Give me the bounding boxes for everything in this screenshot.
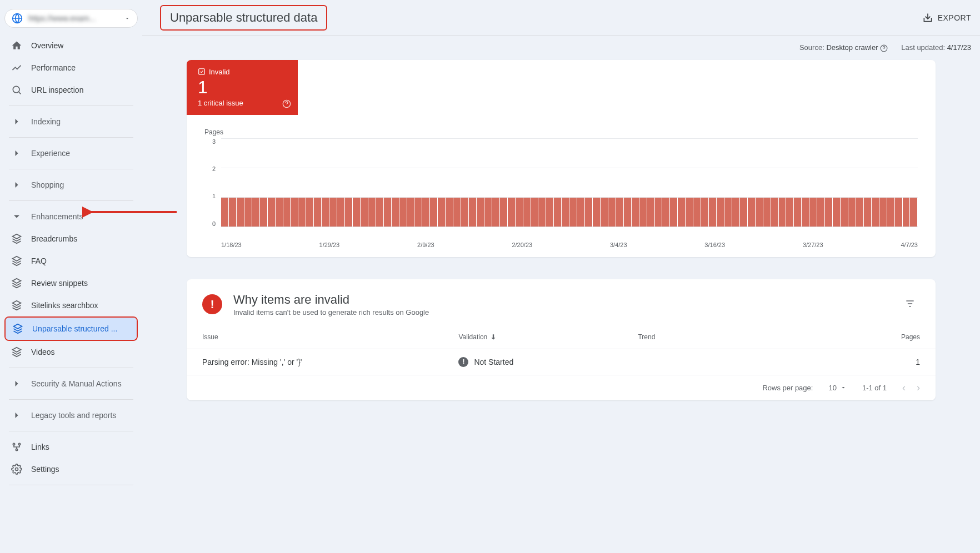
chevron-down-icon [11, 211, 22, 222]
chart-bar [337, 197, 344, 227]
chart-bar [345, 197, 352, 227]
chart-bar [283, 197, 291, 227]
chevron-right-icon [11, 378, 22, 389]
not-started-icon: ! [458, 357, 468, 367]
layers-icon [11, 300, 22, 311]
nav-faq[interactable]: FAQ [4, 250, 138, 272]
chart-bar [693, 197, 701, 227]
chart-bar [601, 197, 608, 227]
chart-bar [376, 197, 383, 227]
chart-bar [407, 197, 414, 227]
chart-bar [895, 197, 902, 227]
nav-review-snippets[interactable]: Review snippets [4, 272, 138, 294]
chart-bar [786, 197, 793, 227]
nav-unparsable[interactable]: Unparsable structured ... [6, 318, 137, 340]
chart-bar [872, 197, 879, 227]
chart-bar [237, 197, 244, 227]
chart-bar [647, 197, 654, 227]
globe-icon [12, 13, 23, 24]
chart-bar [244, 197, 252, 227]
nav-breadcrumbs[interactable]: Breadcrumbs [4, 228, 138, 250]
chart-bar [748, 197, 755, 227]
nav-security[interactable]: Security & Manual Actions [4, 373, 138, 395]
th-validation[interactable]: Validation [458, 333, 638, 341]
search-icon [11, 84, 22, 95]
nav-indexing[interactable]: Indexing [4, 110, 138, 133]
help-icon[interactable] [282, 99, 291, 108]
nav-overview[interactable]: Overview [4, 34, 138, 57]
chart-bar [276, 197, 283, 227]
svg-point-4 [18, 443, 20, 445]
home-icon [11, 40, 22, 51]
chart-bar [353, 197, 360, 227]
layers-icon [11, 278, 22, 289]
trend-icon [11, 62, 22, 73]
help-icon[interactable] [880, 44, 888, 52]
source-info: Source: Desktop crawler [799, 43, 888, 52]
chart-bar [639, 197, 647, 227]
export-button[interactable]: EXPORT [922, 12, 971, 23]
nav-links[interactable]: Links [4, 436, 138, 458]
chart-bar [569, 197, 577, 227]
nav-experience[interactable]: Experience [4, 142, 138, 164]
nav-legacy[interactable]: Legacy tools and reports [4, 404, 138, 426]
invalid-status-box[interactable]: Invalid 1 1 critical issue [187, 60, 298, 115]
nav-videos[interactable]: Videos [4, 341, 138, 363]
updated-info: Last updated: 4/17/23 [901, 43, 971, 52]
chart-bar [833, 197, 840, 227]
chart-bar [229, 197, 236, 227]
chart-bar [399, 197, 407, 227]
th-pages[interactable]: Pages [843, 333, 920, 341]
chart-bar [608, 197, 616, 227]
chart-bar [329, 197, 337, 227]
nav: Overview Performance URL inspection Inde… [0, 32, 142, 492]
chart-bar [817, 197, 824, 227]
table-row[interactable]: Parsing error: Missing ',' or '}' ! Not … [187, 349, 936, 375]
download-icon [922, 12, 933, 23]
prev-page-button[interactable]: ‹ [902, 382, 906, 394]
next-page-button[interactable]: › [917, 382, 920, 394]
chart-bar [260, 197, 267, 227]
chart-bar [709, 197, 716, 227]
nav-performance[interactable]: Performance [4, 57, 138, 79]
chart-bar [538, 197, 546, 227]
chart-x-axis: 1/18/23 1/29/23 2/9/23 2/20/23 3/4/23 3/… [221, 238, 918, 248]
chart-bar [492, 197, 499, 227]
th-issue[interactable]: Issue [202, 333, 458, 341]
chart-bar [616, 197, 623, 227]
svg-point-6 [16, 468, 18, 471]
nav-url-inspection[interactable]: URL inspection [4, 79, 138, 101]
chart-bar [903, 197, 910, 227]
chart-y-axis: 3 2 1 0 [204, 138, 216, 227]
chart-bar [662, 197, 669, 227]
nav-enhancements[interactable]: Enhancements [4, 205, 138, 228]
status-card: Invalid 1 1 critical issue Pages 3 2 1 [187, 60, 936, 257]
chart-bar [624, 197, 631, 227]
chart-bar [422, 197, 429, 227]
nav-sitelinks[interactable]: Sitelinks searchbox [4, 294, 138, 316]
filter-button[interactable] [900, 294, 920, 315]
layers-icon [11, 233, 22, 244]
chart-bar [632, 197, 639, 227]
meta-row: Source: Desktop crawler Last updated: 4/… [142, 36, 980, 60]
chart-bar [291, 197, 298, 227]
th-trend[interactable]: Trend [638, 333, 843, 341]
page-range: 1-1 of 1 [862, 384, 887, 392]
link-icon [11, 441, 22, 453]
chart-bar [268, 197, 275, 227]
chart-bar [686, 197, 693, 227]
chart-bar [763, 197, 771, 227]
issues-card: ! Why items are invalid Invalid items ca… [187, 279, 936, 400]
chart-bar [670, 197, 677, 227]
nav-settings[interactable]: Settings [4, 458, 138, 480]
nav-shopping[interactable]: Shopping [4, 174, 138, 196]
chart-bar [887, 197, 894, 227]
main: Unparsable structured data EXPORT Source… [142, 0, 980, 553]
property-selector[interactable]: https://www.exam... [4, 9, 138, 28]
chart-bar [461, 197, 468, 227]
chart-bar [384, 197, 391, 227]
svg-point-5 [16, 449, 17, 450]
issues-subtitle: Invalid items can't be used to generate … [233, 308, 429, 316]
layers-icon [12, 323, 23, 334]
rows-per-page-select[interactable]: 10 [828, 384, 846, 392]
